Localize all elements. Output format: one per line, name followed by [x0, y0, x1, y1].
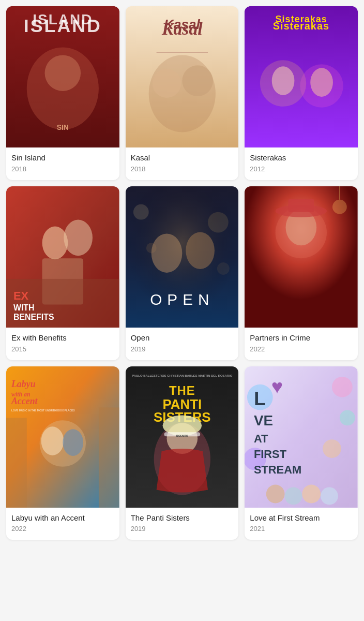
svg-text:BOSNITO: BOSNITO: [176, 435, 188, 437]
svg-point-3: [45, 55, 81, 91]
ex-benefits-info: Ex with Benefits 2015: [6, 328, 119, 360]
svg-point-8: [152, 69, 181, 98]
kasal-title: Kasal: [131, 153, 234, 163]
svg-point-45: [41, 426, 64, 455]
svg-text:Accent: Accent: [11, 395, 38, 406]
kasal-year: 2018: [131, 165, 234, 173]
svg-point-65: [323, 439, 341, 458]
movie-card-ex-benefits[interactable]: EX WITH BENEFITS Ex with Benefits 2015: [6, 186, 119, 360]
poster-kasal: Kasal: [126, 6, 239, 147]
partners-year: 2022: [250, 345, 353, 353]
svg-point-32: [186, 232, 215, 269]
svg-point-27: [133, 204, 149, 220]
labyu-year: 2022: [11, 525, 114, 533]
svg-point-9: [182, 65, 213, 96]
movie-card-labyu[interactable]: Labyu with an Accent LOVE MUSIC IN THE M…: [6, 366, 119, 540]
svg-text:EX: EX: [13, 289, 29, 302]
svg-rect-42: [6, 418, 27, 508]
panti-title: The Panti Sisters: [131, 513, 234, 523]
movie-card-sisterakas[interactable]: Sisterakas Sisterakas 2012: [245, 6, 358, 180]
svg-point-75: [302, 484, 321, 503]
svg-point-31: [151, 233, 182, 273]
svg-point-73: [266, 484, 285, 503]
svg-text:PAULO BALLESTEROS  CHRISTIAN B: PAULO BALLESTEROS CHRISTIAN BABLES MARTI…: [132, 374, 233, 377]
poster-labyu: Labyu with an Accent LOVE MUSIC IN THE M…: [6, 366, 119, 508]
svg-text:Kasal: Kasal: [161, 19, 203, 38]
svg-point-39: [332, 200, 347, 214]
svg-point-30: [217, 262, 230, 275]
svg-point-28: [208, 212, 229, 233]
svg-text:THE: THE: [169, 383, 195, 397]
svg-point-63: [332, 377, 353, 397]
svg-text:L: L: [254, 387, 266, 409]
svg-text:AT: AT: [254, 432, 268, 445]
sin-island-title: Sin Island: [11, 153, 114, 163]
panti-year: 2019: [131, 525, 234, 533]
poster-open: OPEN: [126, 186, 239, 328]
svg-point-74: [285, 487, 302, 505]
panti-info: The Panti Sisters 2019: [126, 508, 239, 540]
sisterakas-info: Sisterakas 2012: [245, 147, 358, 180]
svg-text:♥: ♥: [271, 375, 283, 397]
poster-partners: [245, 186, 358, 328]
labyu-info: Labyu with an Accent 2022: [6, 508, 119, 540]
poster-sin-island: ISLAND SIN: [6, 6, 119, 147]
movie-card-partners[interactable]: Partners in Crime 2022: [245, 186, 358, 360]
sin-island-info: Sin Island 2018: [6, 147, 119, 180]
sin-island-year: 2018: [11, 165, 114, 173]
partners-title: Partners in Crime: [250, 333, 353, 343]
open-info: Open 2019: [126, 328, 239, 360]
poster-panti: PAULO BALLESTEROS CHRISTIAN BABLES MARTI…: [126, 366, 239, 508]
sisterakas-title: Sisterakas: [250, 153, 353, 163]
svg-point-19: [42, 226, 68, 259]
poster-ex-benefits: EX WITH BENEFITS: [6, 186, 119, 328]
svg-rect-43: [99, 407, 119, 508]
open-year: 2019: [131, 345, 234, 353]
labyu-title: Labyu with an Accent: [11, 513, 114, 523]
svg-text:LOVE MUSIC IN THE MOST UNORTHO: LOVE MUSIC IN THE MOST UNORTHODOX PLACES: [11, 409, 75, 412]
kasal-info: Kasal 2018: [126, 147, 239, 180]
love-stream-title: Love at First Stream: [250, 513, 353, 523]
svg-text:Sisterakas: Sisterakas: [273, 20, 329, 32]
movie-card-panti[interactable]: PAULO BALLESTEROS CHRISTIAN BABLES MARTI…: [126, 366, 239, 540]
svg-rect-38: [289, 199, 314, 212]
movie-card-kasal[interactable]: Kasal Kasal 2018: [126, 6, 239, 180]
movie-grid: ISLAND SIN Sin Island 2018: [0, 0, 364, 546]
poster-love-stream: L ♥ VE AT FIRST STREAM: [245, 366, 358, 508]
svg-point-46: [63, 429, 83, 456]
love-stream-info: Love at First Stream 2021: [245, 508, 358, 540]
movie-card-open[interactable]: OPEN Open 2019: [126, 186, 239, 360]
svg-text:SIN: SIN: [57, 123, 69, 131]
svg-text:VE: VE: [254, 412, 273, 428]
svg-text:BENEFITS: BENEFITS: [13, 313, 54, 321]
svg-text:STREAM: STREAM: [254, 463, 301, 476]
svg-text:PANTI: PANTI: [162, 396, 202, 411]
svg-point-15: [272, 66, 295, 95]
love-stream-year: 2021: [250, 525, 353, 533]
svg-text:FIRST: FIRST: [254, 448, 287, 461]
partners-info: Partners in Crime 2022: [245, 328, 358, 360]
svg-point-18: [64, 219, 93, 256]
svg-text:ISLAND: ISLAND: [24, 16, 102, 36]
poster-sisterakas: Sisterakas: [245, 6, 358, 147]
svg-text:Labyu: Labyu: [11, 378, 36, 389]
movie-card-sin-island[interactable]: ISLAND SIN Sin Island 2018: [6, 6, 119, 180]
movie-card-love-stream[interactable]: L ♥ VE AT FIRST STREAM Love at First Str…: [245, 366, 358, 540]
svg-point-64: [340, 410, 355, 425]
sisterakas-year: 2012: [250, 165, 353, 173]
svg-point-16: [311, 68, 333, 97]
svg-text:OPEN: OPEN: [150, 290, 214, 307]
svg-text:WITH: WITH: [13, 303, 35, 312]
open-title: Open: [131, 333, 234, 343]
ex-benefits-title: Ex with Benefits: [11, 333, 114, 343]
ex-benefits-year: 2015: [11, 345, 114, 353]
svg-point-76: [321, 487, 338, 505]
